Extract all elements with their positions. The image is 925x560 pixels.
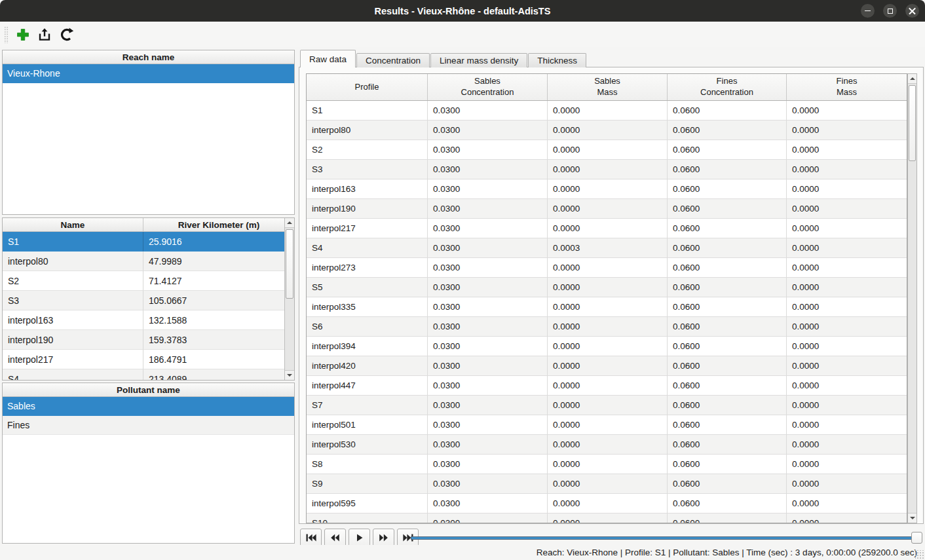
- cell-value: 0.0300: [428, 435, 548, 455]
- table-row[interactable]: S30.03000.00000.06000.0000: [307, 160, 907, 179]
- cell-value: 0.0600: [668, 238, 787, 258]
- tab-concentration[interactable]: Concentration: [356, 53, 430, 67]
- table-row[interactable]: S20.03000.00000.06000.0000: [307, 140, 907, 160]
- fast-forward-button[interactable]: [373, 529, 394, 547]
- table-row[interactable]: interpol8047.9989: [3, 252, 294, 271]
- titlebar[interactable]: Results - Vieux-Rhône - default-AdisTS: [0, 0, 925, 22]
- cell-value: 0.0300: [428, 121, 548, 140]
- cell-name: interpol163: [3, 310, 143, 330]
- table-row[interactable]: interpol2170.03000.00000.06000.0000: [307, 219, 907, 238]
- cell-value: 0.0000: [787, 160, 907, 179]
- profiles-scrollbar[interactable]: [284, 218, 294, 380]
- cell-value: 0.0000: [787, 199, 907, 219]
- reach-list-header[interactable]: Reach name: [3, 50, 294, 64]
- cell-name: interpol217: [3, 350, 143, 369]
- table-scrollbar[interactable]: [907, 73, 917, 523]
- rewind-button[interactable]: [324, 529, 346, 547]
- table-row[interactable]: S271.4127: [3, 271, 294, 291]
- table-row[interactable]: S70.03000.00000.06000.0000: [307, 396, 907, 415]
- cell-value: 0.0300: [428, 140, 548, 160]
- cell-value: 0.0600: [668, 121, 787, 140]
- column-header-river-kilometer[interactable]: River Kilometer (m): [143, 218, 294, 231]
- add-button[interactable]: [13, 25, 33, 45]
- column-header-fines-concentration[interactable]: Fines Concentration: [668, 74, 787, 100]
- cell-value: 0.0000: [787, 415, 907, 435]
- table-row[interactable]: interpol3350.03000.00000.06000.0000: [307, 297, 907, 317]
- table-row[interactable]: interpol2730.03000.00000.06000.0000: [307, 258, 907, 278]
- list-item-vieux-rhone[interactable]: Vieux-Rhone: [3, 64, 294, 83]
- cell-profile: interpol595: [307, 494, 428, 513]
- minimize-icon: [865, 10, 871, 12]
- pollutant-list-header[interactable]: Pollutant name: [3, 383, 294, 397]
- cell-value: 0.0300: [428, 101, 548, 121]
- table-row[interactable]: S125.9016: [3, 232, 294, 252]
- table-row[interactable]: S40.03000.00030.06000.0000: [307, 238, 907, 258]
- cell-name: S2: [3, 271, 143, 291]
- table-row[interactable]: interpol5010.03000.00000.06000.0000: [307, 415, 907, 435]
- list-item-fines[interactable]: Fines: [3, 416, 294, 435]
- close-button[interactable]: [905, 4, 919, 18]
- scroll-down-button[interactable]: [285, 370, 294, 380]
- cell-value: 0.0000: [548, 455, 668, 474]
- table-row[interactable]: S10.03000.00000.06000.0000: [307, 101, 907, 121]
- slider-handle[interactable]: [911, 532, 922, 544]
- skip-to-start-button[interactable]: [300, 529, 322, 547]
- cell-value: 0.0300: [428, 278, 548, 297]
- cell-value: 0.0600: [668, 474, 787, 494]
- table-row[interactable]: S3105.0667: [3, 291, 294, 310]
- tab-bar: Raw dataConcentrationLinear mass density…: [300, 50, 587, 67]
- cell-value: 0.0000: [787, 376, 907, 396]
- maximize-button[interactable]: [883, 4, 897, 18]
- column-header-fines-mass[interactable]: Fines Mass: [787, 74, 907, 100]
- cell-river-kilometer: 25.9016: [143, 232, 284, 252]
- scroll-down-button[interactable]: [908, 513, 916, 523]
- column-header-name[interactable]: Name: [3, 218, 143, 231]
- cell-profile: S1: [307, 101, 428, 121]
- toolbar-drag-handle[interactable]: [4, 26, 9, 43]
- cell-value: 0.0300: [428, 455, 548, 474]
- column-header-sables-mass[interactable]: Sables Mass: [548, 74, 668, 100]
- maximize-icon: [888, 9, 893, 14]
- scrollbar-thumb[interactable]: [286, 229, 293, 299]
- table-row[interactable]: interpol190159.3783: [3, 330, 294, 350]
- tab-thickness[interactable]: Thickness: [528, 53, 586, 67]
- table-row[interactable]: S90.03000.00000.06000.0000: [307, 474, 907, 494]
- table-row[interactable]: interpol1900.03000.00000.06000.0000: [307, 199, 907, 219]
- table-row[interactable]: S80.03000.00000.06000.0000: [307, 455, 907, 474]
- table-row[interactable]: interpol5300.03000.00000.06000.0000: [307, 435, 907, 455]
- scroll-up-button[interactable]: [908, 74, 916, 84]
- resize-grip[interactable]: [915, 550, 924, 559]
- table-row[interactable]: interpol163132.1588: [3, 310, 294, 330]
- play-button[interactable]: [349, 529, 370, 547]
- cell-value: 0.0000: [548, 179, 668, 199]
- minimize-button[interactable]: [861, 4, 875, 18]
- cell-value: 0.0000: [548, 337, 668, 356]
- scrollbar-thumb[interactable]: [909, 85, 916, 161]
- toolbar: [0, 22, 925, 47]
- table-row[interactable]: interpol800.03000.00000.06000.0000: [307, 121, 907, 140]
- tab-raw-data[interactable]: Raw data: [300, 50, 356, 67]
- export-button[interactable]: [35, 25, 54, 45]
- tab-linear-mass-density[interactable]: Linear mass density: [430, 53, 527, 67]
- column-header-sables-concentration[interactable]: Sables Concentration: [428, 74, 548, 100]
- cell-value: 0.0600: [668, 278, 787, 297]
- table-row[interactable]: interpol5950.03000.00000.06000.0000: [307, 494, 907, 513]
- cell-profile: interpol163: [307, 179, 428, 199]
- time-slider[interactable]: [411, 532, 922, 544]
- slider-track: [411, 536, 921, 540]
- table-row[interactable]: interpol4200.03000.00000.06000.0000: [307, 356, 907, 376]
- cell-value: 0.0000: [787, 396, 907, 415]
- table-row[interactable]: interpol1630.03000.00000.06000.0000: [307, 179, 907, 199]
- table-row[interactable]: S50.03000.00000.06000.0000: [307, 278, 907, 297]
- table-row[interactable]: interpol4470.03000.00000.06000.0000: [307, 376, 907, 396]
- refresh-button[interactable]: [56, 25, 76, 45]
- table-row[interactable]: interpol217186.4791: [3, 350, 294, 369]
- scroll-up-button[interactable]: [285, 218, 294, 228]
- list-item-sables[interactable]: Sables: [3, 397, 294, 416]
- skip-to-start-icon: [306, 534, 316, 542]
- table-row[interactable]: S60.03000.00000.06000.0000: [307, 317, 907, 337]
- table-row[interactable]: interpol3940.03000.00000.06000.0000: [307, 337, 907, 356]
- column-header-profile[interactable]: Profile: [307, 74, 428, 100]
- table-row[interactable]: S100.03000.00000.06000.0000: [307, 513, 907, 523]
- table-row[interactable]: S4213.4089: [3, 369, 294, 381]
